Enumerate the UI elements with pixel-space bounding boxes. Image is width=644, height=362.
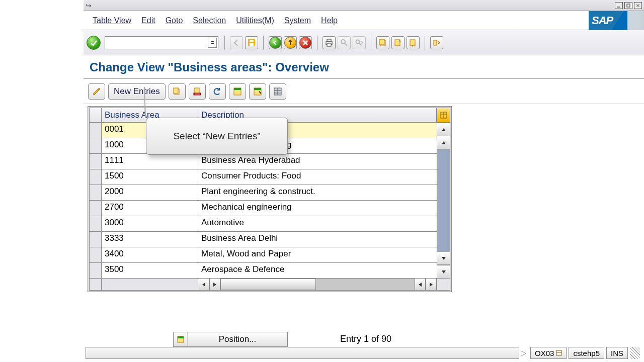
svg-line-18 <box>359 43 361 45</box>
cell-business-area[interactable]: 1111 <box>102 154 198 169</box>
cell-description[interactable]: Mechanical engineering <box>198 201 437 216</box>
row-selector[interactable] <box>90 216 102 231</box>
cancel-button[interactable] <box>299 36 312 49</box>
svg-rect-13 <box>327 39 331 41</box>
menu-goto[interactable]: Goto <box>160 13 188 28</box>
status-bar: ▷ OX03 cstehp5 INS <box>86 346 640 360</box>
scroll-right-step-icon[interactable] <box>415 279 426 290</box>
scroll-down-step-icon[interactable] <box>437 252 450 265</box>
create-shortcut-button[interactable] <box>391 36 405 49</box>
cell-description[interactable]: Automotive <box>198 216 437 231</box>
window-minimize-button[interactable] <box>615 2 623 9</box>
row-selector[interactable] <box>90 247 102 262</box>
status-host[interactable]: cstehp5 <box>569 347 604 359</box>
table-row[interactable]: 1500Consumer Products: Food <box>89 169 437 185</box>
scroll-left-step-icon[interactable] <box>209 279 220 290</box>
window-restore-button[interactable] <box>624 2 632 9</box>
cell-business-area[interactable]: 2000 <box>102 185 198 200</box>
enter-button[interactable] <box>87 36 101 50</box>
scroll-down-icon[interactable] <box>437 265 450 278</box>
menu-help[interactable]: Help <box>316 13 343 28</box>
svg-point-15 <box>341 40 345 44</box>
toggle-display-change-button[interactable] <box>88 83 105 100</box>
menu-system[interactable]: System <box>279 13 316 28</box>
cell-description[interactable]: Plant engineering & construct. <box>198 185 437 200</box>
scroll-up-icon[interactable] <box>437 123 450 136</box>
cell-business-area[interactable]: 3500 <box>102 263 198 278</box>
cell-business-area[interactable]: 3400 <box>102 247 198 262</box>
print-button[interactable] <box>323 36 336 49</box>
command-history-icon[interactable] <box>208 38 217 48</box>
menu-edit[interactable]: Edit <box>136 13 160 28</box>
row-selector[interactable] <box>90 138 102 153</box>
scroll-up-step-icon[interactable] <box>437 136 450 149</box>
row-selector[interactable] <box>90 232 102 247</box>
row-selector[interactable] <box>90 169 102 185</box>
table-row[interactable]: 2000Plant engineering & construct. <box>89 185 437 201</box>
command-field[interactable] <box>105 36 218 49</box>
exit-button[interactable] <box>284 36 297 49</box>
table-row[interactable]: 3400Metal, Wood and Paper <box>89 247 437 263</box>
hscroll-thumb[interactable] <box>220 279 316 290</box>
find-next-button[interactable] <box>353 36 366 49</box>
table-row[interactable]: 2700Mechanical engineering <box>89 201 437 216</box>
row-selector[interactable] <box>90 123 102 138</box>
scroll-left-icon[interactable] <box>198 279 209 290</box>
new-entries-button[interactable]: New Entries <box>108 83 166 100</box>
select-all-button[interactable] <box>229 83 246 100</box>
position-button[interactable]: Position... <box>173 332 288 347</box>
table-row[interactable]: 3500Aerospace & Defence <box>89 263 437 279</box>
cell-business-area[interactable]: 1500 <box>102 169 198 185</box>
cell-business-area[interactable]: 3333 <box>102 232 198 247</box>
find-button[interactable] <box>338 36 351 49</box>
svg-line-16 <box>345 43 347 46</box>
window-close-button[interactable] <box>634 2 642 9</box>
deselect-all-button[interactable] <box>249 83 266 100</box>
svg-marker-46 <box>213 283 216 287</box>
svg-rect-26 <box>174 88 178 94</box>
layout-button[interactable] <box>430 36 443 49</box>
table-row[interactable]: 3333Business Area Delhi <box>89 232 437 247</box>
row-selector[interactable] <box>90 154 102 169</box>
back-button[interactable] <box>269 36 282 49</box>
maximize-icon[interactable]: ↪ <box>86 2 92 10</box>
cell-description[interactable]: Consumer Products: Food <box>198 169 437 185</box>
vertical-scrollbar[interactable] <box>437 123 450 279</box>
cell-business-area[interactable]: 3000 <box>102 216 198 231</box>
status-tcode[interactable]: OX03 <box>530 347 567 359</box>
cell-description[interactable]: Business Area Delhi <box>198 232 437 247</box>
cell-description[interactable]: Business Area Hyderabad <box>198 154 437 169</box>
page-title: Change View "Business areas": Overview <box>90 60 638 74</box>
page-header: Change View "Business areas": Overview <box>84 55 644 78</box>
resize-grip-icon[interactable] <box>630 347 640 359</box>
row-selector[interactable] <box>90 201 102 216</box>
copy-button[interactable] <box>169 83 186 100</box>
help-button[interactable] <box>407 36 420 49</box>
cell-description[interactable]: Metal, Wood and Paper <box>198 247 437 262</box>
back-arrow-button[interactable] <box>230 36 243 49</box>
menu-utilities[interactable]: Utilities(M) <box>231 13 279 28</box>
row-selector-header[interactable] <box>90 108 102 122</box>
table-row[interactable]: 1111Business Area Hyderabad <box>89 154 437 169</box>
save-button[interactable] <box>245 36 258 49</box>
table-settings-button[interactable] <box>269 83 286 100</box>
scroll-right-icon[interactable] <box>426 279 437 290</box>
menu-selection[interactable]: Selection <box>188 13 231 28</box>
cell-description[interactable]: Aerospace & Defence <box>198 263 437 278</box>
svg-marker-44 <box>442 270 446 274</box>
configure-columns-icon[interactable] <box>437 108 450 122</box>
new-session-button[interactable] <box>376 36 389 49</box>
horizontal-scrollbar[interactable] <box>89 279 450 291</box>
svg-marker-45 <box>202 283 205 287</box>
standard-toolbar <box>84 30 644 55</box>
table-row[interactable]: 3000Automotive <box>89 216 437 232</box>
delete-button[interactable] <box>189 83 206 100</box>
status-expand-icon[interactable]: ▷ <box>519 348 528 357</box>
scroll-thumb[interactable] <box>437 149 450 252</box>
status-insert-mode[interactable]: INS <box>606 347 628 359</box>
menu-table-view[interactable]: Table View <box>88 13 136 28</box>
row-selector[interactable] <box>90 263 102 278</box>
row-selector[interactable] <box>90 185 102 200</box>
undo-button[interactable] <box>209 83 226 100</box>
cell-business-area[interactable]: 2700 <box>102 201 198 216</box>
